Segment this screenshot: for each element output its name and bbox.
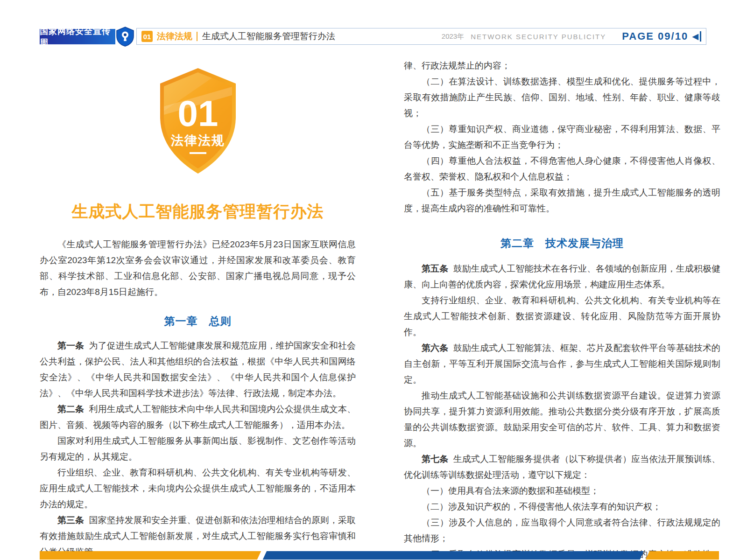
chapter-shield-badge: 01 法律法规 (150, 66, 246, 177)
chapter-1-heading: 第一章 总则 (40, 314, 356, 329)
intro-paragraph: 《生成式人工智能服务管理暂行办法》已经2023年5月23日国家互联网信息办公室2… (40, 237, 356, 300)
publicity-label: NETWORK SECURITY PUBLICITY (471, 33, 606, 41)
paragraph-article-6: 第六条鼓励生成式人工智能算法、框架、芯片及配套软件平台等基础技术的自主创新，平等… (404, 340, 720, 388)
badge-number-text: 01 (177, 93, 218, 134)
left-column: 01 法律法规 生成式人工智能服务管理暂行办法 《生成式人工智能服务管理暂行办法… (40, 55, 356, 560)
article-2-label: 第二条 (57, 404, 84, 414)
paragraph-item-4: （四）尊重他人合法权益，不得危害他人身心健康，不得侵害他人肖像权、名誉权、荣誉权… (404, 153, 720, 185)
article-1-label: 第一条 (57, 341, 84, 350)
paragraph-item-1: （一）使用具有合法来源的数据和基础模型； (404, 483, 720, 499)
badge-label-text: 法律法规 (170, 133, 225, 147)
paragraph-item-2: （二）涉及知识产权的，不得侵害他人依法享有的知识产权； (404, 499, 720, 515)
paragraph-item-3: （三）涉及个人信息的，应当取得个人同意或者符合法律、行政法规规定的其他情形； (404, 515, 720, 546)
paragraph: 推动生成式人工智能基础设施和公共训练数据资源平台建设。促进算力资源协同共享，提升… (404, 388, 720, 451)
chapter-2-heading: 第二章 技术发展与治理 (404, 236, 720, 251)
page-bar-icon (700, 31, 701, 42)
paragraph-item-3: （三）尊重知识产权、商业道德，保守商业秘密，不得利用算法、数据、平台等优势，实施… (404, 121, 720, 153)
paragraph-article-5: 第五条鼓励生成式人工智能技术在各行业、各领域的创新应用，生成积极健康、向上向善的… (404, 261, 720, 293)
document-title: 生成式人工智能服务管理暂行办法 (40, 201, 356, 223)
paragraph-article-1: 第一条为了促进生成式人工智能健康发展和规范应用，维护国家安全和社会公共利益，保护… (40, 338, 356, 401)
brand-label: 国家网络安全宣传周 (40, 26, 115, 48)
page-arrow-icon: ◀ (692, 32, 698, 41)
paragraph-continuation: 律、行政法规禁止的内容； (404, 58, 720, 74)
right-column: 律、行政法规禁止的内容； （二）在算法设计、训练数据选择、模型生成和优化、提供服… (404, 58, 720, 560)
lock-shield-icon (116, 27, 134, 47)
footer-bar-blue (263, 551, 644, 560)
header-strip: 01 法律法规 生成式人工智能服务管理暂行办法 2023年 NETWORK SE… (136, 28, 706, 45)
year-label: 2023年 (442, 32, 464, 41)
footer-bar-orange-left (40, 551, 261, 560)
article-6-label: 第六条 (422, 343, 448, 353)
brand-banner: 国家网络安全宣传周 (40, 29, 115, 44)
paragraph-article-2: 第二条利用生成式人工智能技术向中华人民共和国境内公众提供生成文本、图片、音频、视… (40, 401, 356, 433)
footer-decoration (40, 551, 719, 560)
section-number-badge: 01 (141, 31, 153, 42)
article-7-label: 第七条 (422, 454, 448, 464)
paragraph-item-2: （二）在算法设计、训练数据选择、模型生成和优化、提供服务等过程中，采取有效措施防… (404, 74, 720, 121)
section-label: 法律法规 (157, 30, 192, 42)
divider (197, 32, 197, 41)
paragraph: 支持行业组织、企业、教育和科研机构、公共文化机构、有关专业机构等在生成式人工智能… (404, 293, 720, 340)
page-indicator: PAGE 09/10 (622, 30, 688, 42)
article-5-label: 第五条 (422, 264, 448, 273)
paragraph: 国家对利用生成式人工智能服务从事新闻出版、影视制作、文艺创作等活动另有规定的，从… (40, 433, 356, 465)
article-3-label: 第三条 (57, 515, 84, 525)
paragraph-item-5: （五）基于服务类型特点，采取有效措施，提升生成式人工智能服务的透明度，提高生成内… (404, 185, 720, 217)
paragraph: 行业组织、企业、教育和科研机构、公共文化机构、有关专业机构等研发、应用生成式人工… (40, 465, 356, 512)
header-doc-title: 生成式人工智能服务管理暂行办法 (202, 30, 335, 42)
paragraph-article-7: 第七条生成式人工智能服务提供者（以下称提供者）应当依法开展预训练、优化训练等训练… (404, 451, 720, 483)
footer-bar-orange-right (646, 551, 719, 560)
